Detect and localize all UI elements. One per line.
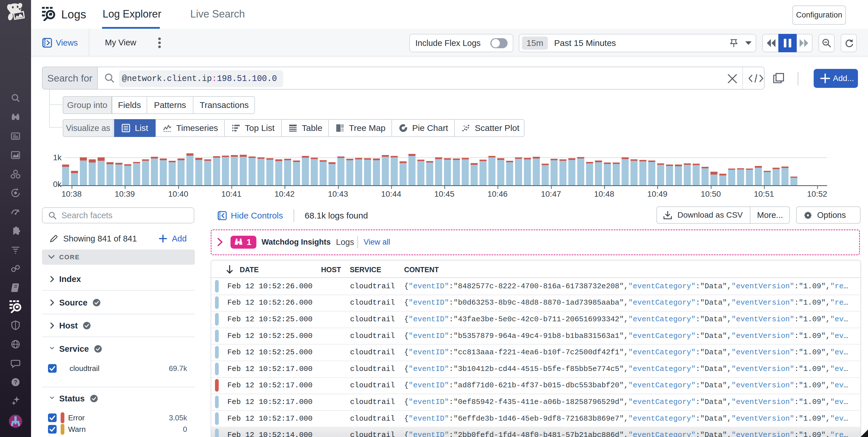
svg-text:?: ? xyxy=(14,379,17,385)
